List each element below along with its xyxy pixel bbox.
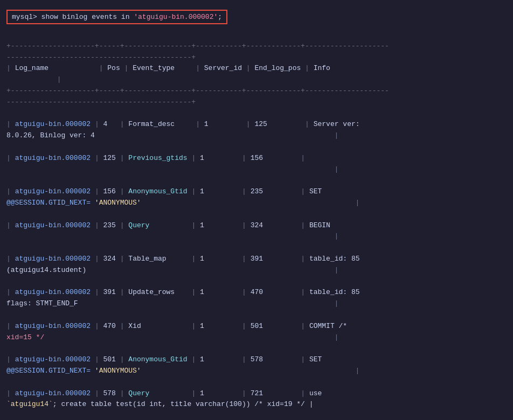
row-5-line1: | atguigu-bin.000002 | 324 | Table_map |…: [6, 255, 360, 263]
row-1-line1: | atguigu-bin.000002 | 4 | Format_desc |…: [6, 120, 360, 128]
row-5-line2: (atguigu14.student) |: [6, 266, 338, 274]
header-cont: |: [6, 75, 61, 83]
row-3-line1: | atguigu-bin.000002 | 156 | Anonymous_G…: [6, 187, 322, 195]
row-7-line1: | atguigu-bin.000002 | 470 | Xid | 1 | 5…: [6, 322, 347, 330]
row-2-cont: |: [6, 165, 338, 173]
row-4-line1: | atguigu-bin.000002 | 235 | Query | 1 |…: [6, 221, 330, 229]
row-3-line2: @@SESSION.GTID_NEXT= 'ANONYMOUS' |: [6, 199, 359, 207]
row-9-line2: `atguigu14`; create table test(id int, t…: [6, 400, 314, 408]
mysql-prompt: mysql> show binlog events in: [12, 13, 134, 21]
binlog-filename: 'atguigu-bin.000002': [134, 13, 218, 21]
separator-top2: ----------------------------------------…: [6, 53, 196, 61]
separator-mid: +--------------------+-----+------------…: [6, 87, 389, 95]
row-2-line1: | atguigu-bin.000002 | 125 | Previous_gt…: [6, 154, 305, 162]
row-8-line2: @@SESSION.GTID_NEXT= 'ANONYMOUS' |: [6, 367, 359, 375]
terminal-window: mysql> show binlog events in 'atguigu-bi…: [0, 0, 513, 420]
row-9-line1: | atguigu-bin.000002 | 578 | Query | 1 |…: [6, 389, 322, 397]
row-8-line1: | atguigu-bin.000002 | 501 | Anonymous_G…: [6, 355, 322, 363]
semicolon: ;: [218, 13, 222, 21]
row-4-cont: |: [6, 232, 338, 240]
row-6-line1: | atguigu-bin.000002 | 391 | Update_rows…: [6, 288, 360, 296]
command-line: mysql> show binlog events in 'atguigu-bi…: [6, 10, 227, 24]
separator-top: +--------------------+-----+------------…: [6, 42, 389, 50]
row-1-line2: 8.0.26, Binlog ver: 4 |: [6, 131, 338, 139]
row-6-line2: flags: STMT_END_F |: [6, 299, 338, 307]
table-output: +--------------------+-----+------------…: [0, 30, 513, 420]
table-header: | Log_name | Pos | Event_type | Server_i…: [6, 64, 330, 72]
separator-mid2: ----------------------------------------…: [6, 98, 196, 106]
row-7-line2: xid=15 */ |: [6, 333, 338, 341]
